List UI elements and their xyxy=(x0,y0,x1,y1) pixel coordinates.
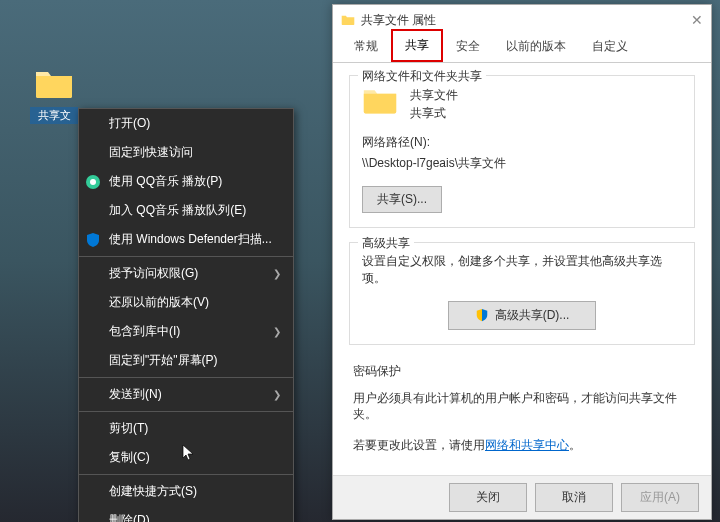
section-title: 网络文件和文件夹共享 xyxy=(358,68,486,85)
menu-qq-queue[interactable]: 加入 QQ音乐 播放队列(E) xyxy=(79,196,293,225)
menu-qq-play[interactable]: 使用 QQ音乐 播放(P) xyxy=(79,167,293,196)
menu-separator xyxy=(79,474,293,475)
network-path-value: \\Desktop-l7geais\共享文件 xyxy=(362,155,682,172)
menu-defender-scan[interactable]: 使用 Windows Defender扫描... xyxy=(79,225,293,254)
button-bar: 关闭 取消 应用(A) xyxy=(333,475,711,519)
tab-security[interactable]: 安全 xyxy=(443,31,493,62)
tabs: 常规 共享 安全 以前的版本 自定义 xyxy=(333,35,711,63)
defender-shield-icon xyxy=(85,232,101,248)
password-desc-2: 若要更改此设置，请使用网络和共享中心。 xyxy=(353,437,695,454)
cursor-icon xyxy=(182,444,196,462)
apply-button[interactable]: 应用(A) xyxy=(621,483,699,512)
advanced-share-button[interactable]: 高级共享(D)... xyxy=(448,301,596,330)
menu-restore-previous[interactable]: 还原以前的版本(V) xyxy=(79,288,293,317)
section-title: 密码保护 xyxy=(353,363,695,380)
dialog-title: 共享文件 属性 xyxy=(361,12,436,29)
menu-cut[interactable]: 剪切(T) xyxy=(79,414,293,443)
share-button[interactable]: 共享(S)... xyxy=(362,186,442,213)
share-status: 共享式 xyxy=(410,104,458,122)
section-title: 高级共享 xyxy=(358,235,414,252)
menu-open[interactable]: 打开(O) xyxy=(79,109,293,138)
folder-label: 共享文 xyxy=(30,107,78,124)
chevron-right-icon: ❯ xyxy=(273,389,281,400)
folder-icon xyxy=(341,14,355,26)
menu-grant-access[interactable]: 授予访问权限(G)❯ xyxy=(79,259,293,288)
network-path-label: 网络路径(N): xyxy=(362,134,682,151)
password-desc-1: 用户必须具有此计算机的用户帐户和密码，才能访问共享文件夹。 xyxy=(353,390,695,424)
advanced-desc: 设置自定义权限，创建多个共享，并设置其他高级共享选项。 xyxy=(362,253,682,287)
tab-share[interactable]: 共享 xyxy=(391,29,443,62)
close-button[interactable]: ✕ xyxy=(691,12,703,28)
chevron-right-icon: ❯ xyxy=(273,268,281,279)
menu-create-shortcut[interactable]: 创建快捷方式(S) xyxy=(79,477,293,506)
svg-point-1 xyxy=(90,179,96,185)
menu-pin-start[interactable]: 固定到"开始"屏幕(P) xyxy=(79,346,293,375)
menu-delete[interactable]: 删除(D) xyxy=(79,506,293,522)
qq-music-icon xyxy=(85,174,101,190)
tab-general[interactable]: 常规 xyxy=(341,31,391,62)
properties-dialog: 共享文件 属性 ✕ 常规 共享 安全 以前的版本 自定义 网络文件和文件夹共享 … xyxy=(332,4,712,520)
dialog-content: 网络文件和文件夹共享 共享文件 共享式 网络路径(N): \\Desktop-l… xyxy=(333,63,711,480)
desktop-folder[interactable]: 共享文 xyxy=(30,68,78,124)
network-center-link[interactable]: 网络和共享中心 xyxy=(485,438,569,452)
menu-pin-quick-access[interactable]: 固定到快速访问 xyxy=(79,138,293,167)
menu-include-library[interactable]: 包含到库中(I)❯ xyxy=(79,317,293,346)
folder-icon xyxy=(34,68,74,100)
close-button[interactable]: 关闭 xyxy=(449,483,527,512)
tab-previous-versions[interactable]: 以前的版本 xyxy=(493,31,579,62)
advanced-share-section: 高级共享 设置自定义权限，创建多个共享，并设置其他高级共享选项。 高级共享(D)… xyxy=(349,242,695,345)
menu-separator xyxy=(79,411,293,412)
chevron-right-icon: ❯ xyxy=(273,326,281,337)
tab-custom[interactable]: 自定义 xyxy=(579,31,641,62)
cancel-button[interactable]: 取消 xyxy=(535,483,613,512)
menu-separator xyxy=(79,377,293,378)
folder-icon xyxy=(362,86,398,116)
folder-name: 共享文件 xyxy=(410,86,458,104)
network-share-section: 网络文件和文件夹共享 共享文件 共享式 网络路径(N): \\Desktop-l… xyxy=(349,75,695,228)
password-protection-section: 密码保护 用户必须具有此计算机的用户帐户和密码，才能访问共享文件夹。 若要更改此… xyxy=(349,359,695,454)
menu-separator xyxy=(79,256,293,257)
uac-shield-icon xyxy=(475,308,489,322)
menu-send-to[interactable]: 发送到(N)❯ xyxy=(79,380,293,409)
